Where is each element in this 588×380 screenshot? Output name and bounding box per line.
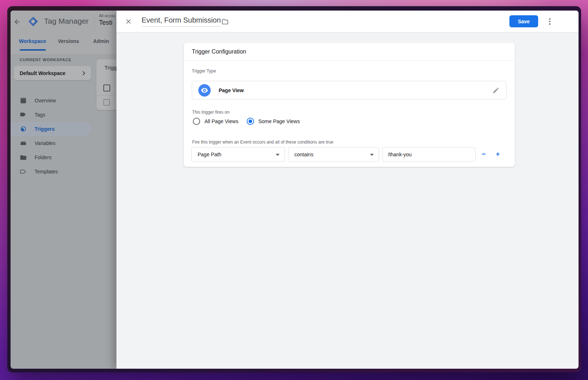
condition-operator-value: contains [294,152,313,157]
folder-outline-icon[interactable] [221,18,229,26]
modal-scrim[interactable] [11,11,116,369]
save-button[interactable]: Save [509,15,538,27]
sheet-header: Event, Form Submission Save [116,11,579,32]
chevron-down-icon [276,154,279,156]
card-title: Trigger Configuration [184,43,515,61]
condition-operator-select[interactable]: contains [288,147,379,162]
app-window: Tag Manager All accou Testi Workspace Ve… [7,6,581,372]
add-condition-button[interactable]: + [493,147,502,162]
trigger-configuration-card: Trigger Configuration Trigger Type Page … [184,43,515,167]
radio-all-page-views[interactable] [193,118,200,125]
page-view-eye-icon [198,84,211,97]
condition-variable-select[interactable]: Page Path [191,147,285,162]
condition-variable-value: Page Path [198,152,221,157]
trigger-type-box[interactable]: Page View [192,81,506,99]
radio-some-page-views-label[interactable]: Some Page Views [258,118,300,124]
fires-on-label: This trigger fires on [192,110,230,115]
more-options-icon[interactable] [546,17,553,26]
close-icon[interactable] [125,18,132,25]
trigger-edit-sheet: Event, Form Submission Save Trigger Conf… [116,11,579,369]
edit-pencil-icon[interactable] [492,87,500,94]
radio-all-page-views-label[interactable]: All Page Views [204,118,238,124]
app-window-content: Tag Manager All accou Testi Workspace Ve… [11,11,579,369]
condition-value-input[interactable] [382,147,476,162]
conditions-label: Fire this trigger when an Event occurs a… [192,140,333,145]
remove-condition-button[interactable]: − [479,147,488,162]
trigger-name-field[interactable]: Event, Form Submission [142,16,221,27]
radio-some-page-views[interactable] [247,118,254,125]
desktop: Tag Manager All accou Testi Workspace Ve… [0,0,588,380]
trigger-type-value: Page View [219,87,244,93]
trigger-type-label: Trigger Type [192,68,216,74]
chevron-down-icon [370,154,374,156]
